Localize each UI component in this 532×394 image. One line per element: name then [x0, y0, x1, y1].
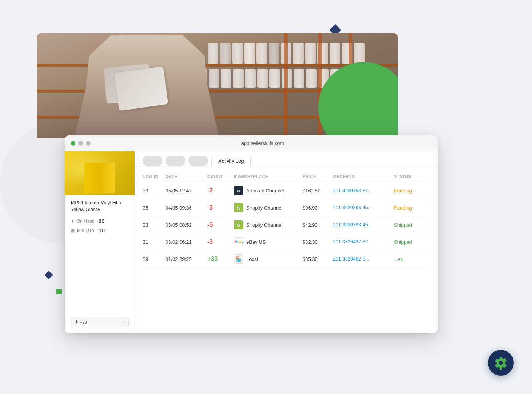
- td-status: ...ed: [394, 256, 428, 262]
- traffic-light-yellow[interactable]: [78, 141, 83, 146]
- gear-button[interactable]: [488, 350, 514, 376]
- roll-item: [294, 69, 304, 88]
- td-count: -2: [207, 187, 234, 194]
- roll-item: [269, 69, 280, 88]
- td-date: 04/05 09:36: [166, 205, 207, 211]
- min-qty-icon: ▦: [71, 228, 75, 233]
- shopify-icon: s: [234, 203, 243, 212]
- roll-item: [244, 43, 255, 64]
- roll-item: [233, 69, 244, 88]
- td-order-id[interactable]: 111-3920393-37...: [333, 188, 394, 193]
- th-log-id: LOG ID: [143, 174, 166, 179]
- tab-activity-log[interactable]: Activity Log: [211, 156, 251, 167]
- min-qty-stat: ▦ Min QTY 10: [71, 227, 129, 234]
- activity-table: LOG ID DATE COUNT MARKETPLACE PRICE ORDE…: [135, 167, 438, 268]
- th-order-id: ORDER ID: [333, 174, 394, 179]
- table-row: 39 05/05 12:47 -2 a Amazon Channel $161.…: [143, 182, 430, 199]
- bg-decoration-diamond-navy2: [45, 271, 53, 280]
- tab-inactive-3[interactable]: [188, 156, 208, 166]
- roll-item: [257, 69, 268, 88]
- tablet-overlay: [114, 66, 169, 111]
- td-price: $161.50: [303, 188, 333, 194]
- th-price: PRICE: [303, 174, 333, 179]
- td-status: Shipped: [394, 222, 428, 228]
- table-row: 31 03/02 06:21 -3 e b a y eBay US: [143, 234, 430, 251]
- td-status: Shipped: [394, 239, 428, 245]
- marketplace-name: Local: [246, 256, 258, 262]
- product-image: [65, 151, 135, 195]
- td-price: $35.30: [303, 256, 333, 262]
- amazon-icon: a: [234, 186, 243, 195]
- td-log-id: 31: [143, 239, 166, 245]
- product-name: MP24 Interior Vinyl Film Yellow Glossy: [71, 200, 129, 213]
- roll-item: [220, 43, 231, 64]
- tab-inactive-2[interactable]: [166, 156, 185, 166]
- min-qty-value: 10: [99, 227, 105, 234]
- td-marketplace: 🏪 Local: [234, 254, 303, 264]
- td-price: $82.30: [303, 239, 333, 245]
- marketplace-name: Shopify Channel: [246, 205, 282, 211]
- td-price: $42.90: [303, 222, 333, 228]
- table-row: 39 01/02 09:25 +33 🏪 Local $35.30 201-38…: [143, 251, 430, 268]
- th-marketplace: MARKETPLACE: [234, 174, 303, 179]
- reorder-icon: ⬇: [75, 319, 78, 324]
- td-log-id: 33: [143, 222, 166, 228]
- tab-inactive-1[interactable]: [143, 156, 162, 166]
- marketplace-name: Shopify Channel: [246, 222, 282, 228]
- reorder-label: +20: [80, 320, 87, 324]
- local-icon: 🏪: [234, 254, 243, 264]
- reorder-arrow-icon: ›: [123, 320, 124, 324]
- table-row: 33 03/05 08:52 -5 s Shopify Channel $42.…: [143, 216, 430, 234]
- product-panel: MP24 Interior Vinyl Film Yellow Glossy ⬇…: [65, 151, 135, 333]
- td-count: -3: [207, 238, 234, 245]
- td-order-id[interactable]: 111-3920393-45...: [333, 222, 394, 227]
- tabs-bar: Activity Log: [135, 151, 438, 167]
- td-status: Pending: [394, 188, 428, 194]
- activity-panel: Activity Log LOG ID DATE COUNT MARKETPLA…: [135, 151, 438, 333]
- product-footer: ⬇ +20 ›: [65, 312, 135, 333]
- roll-item: [354, 43, 365, 64]
- td-count: +33: [207, 256, 234, 262]
- td-order-id[interactable]: 111-3829482-32...: [333, 239, 394, 245]
- reorder-button[interactable]: ⬇ +20 ›: [71, 317, 129, 327]
- roll-item: [256, 43, 267, 64]
- td-marketplace: s Shopify Channel: [234, 203, 303, 212]
- marketplace-name: Amazon Channel: [246, 188, 284, 194]
- roll-item: [208, 43, 218, 64]
- roll-item: [245, 69, 256, 88]
- roll-item: [269, 43, 279, 64]
- traffic-light-green[interactable]: [71, 141, 75, 146]
- ebay-icon: e b a y: [234, 237, 243, 246]
- th-count: COUNT: [207, 174, 234, 179]
- table-row: 35 04/05 09:36 -3 s Shopify Channel $96.…: [143, 199, 430, 216]
- roll-item: [330, 43, 340, 64]
- hero-image: [37, 33, 398, 138]
- traffic-light-red[interactable]: [86, 141, 91, 146]
- min-qty-label: Min QTY: [77, 228, 95, 233]
- gear-icon: [494, 356, 508, 370]
- table-header: LOG ID DATE COUNT MARKETPLACE PRICE ORDE…: [143, 171, 430, 182]
- roll-item: [209, 69, 219, 88]
- browser-window: app.sellerskills.com MP24 Interior Vinyl…: [65, 135, 438, 333]
- td-log-id: 39: [143, 188, 166, 194]
- on-hand-stat: ⬇ On Hand 20: [71, 218, 129, 224]
- on-hand-icon: ⬇: [71, 219, 74, 224]
- on-hand-label: On Hand: [76, 219, 95, 224]
- td-date: 03/05 08:52: [166, 222, 207, 228]
- product-info: MP24 Interior Vinyl Film Yellow Glossy ⬇…: [65, 195, 135, 238]
- td-marketplace: e b a y eBay US: [234, 237, 303, 246]
- td-date: 01/02 09:25: [166, 256, 207, 262]
- th-date: DATE: [166, 174, 207, 179]
- product-stats: ⬇ On Hand 20 ▦ Min QTY 10: [71, 218, 129, 234]
- shelf-support: [284, 33, 288, 138]
- marketplace-name: eBay US: [246, 239, 266, 245]
- bg-decoration-square-green: [56, 289, 62, 294]
- td-marketplace: a Amazon Channel: [234, 186, 303, 195]
- shopify-icon: s: [234, 220, 243, 229]
- roll-item: [293, 43, 304, 64]
- td-order-id[interactable]: 111-3920393-45...: [333, 205, 394, 210]
- td-order-id[interactable]: 201-3829482-8...: [333, 256, 394, 262]
- td-date: 05/05 12:47: [166, 188, 207, 194]
- td-marketplace: s Shopify Channel: [234, 220, 303, 229]
- on-hand-value: 20: [99, 218, 105, 224]
